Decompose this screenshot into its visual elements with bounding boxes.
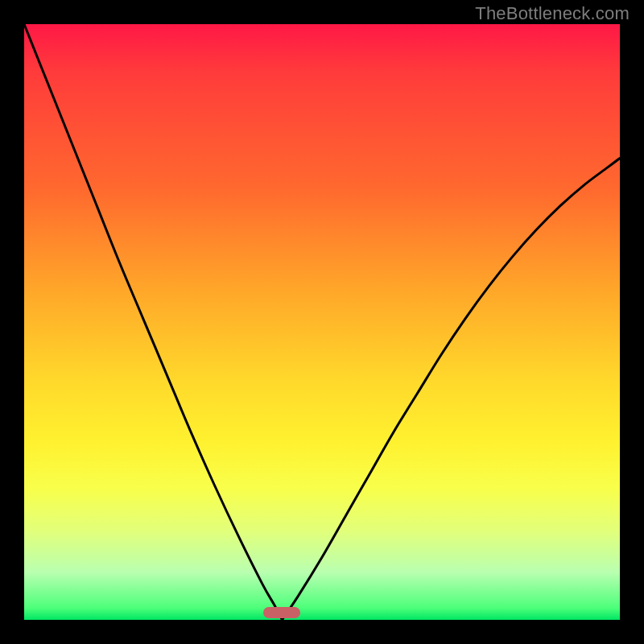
outer-frame: TheBottleneck.com (0, 0, 644, 644)
curve-right-branch (282, 159, 620, 621)
curve-left-branch (24, 24, 282, 620)
minimum-marker-pill (263, 607, 300, 618)
bottleneck-curve (24, 24, 620, 620)
plot-area (24, 24, 620, 620)
watermark-text: TheBottleneck.com (475, 3, 630, 24)
